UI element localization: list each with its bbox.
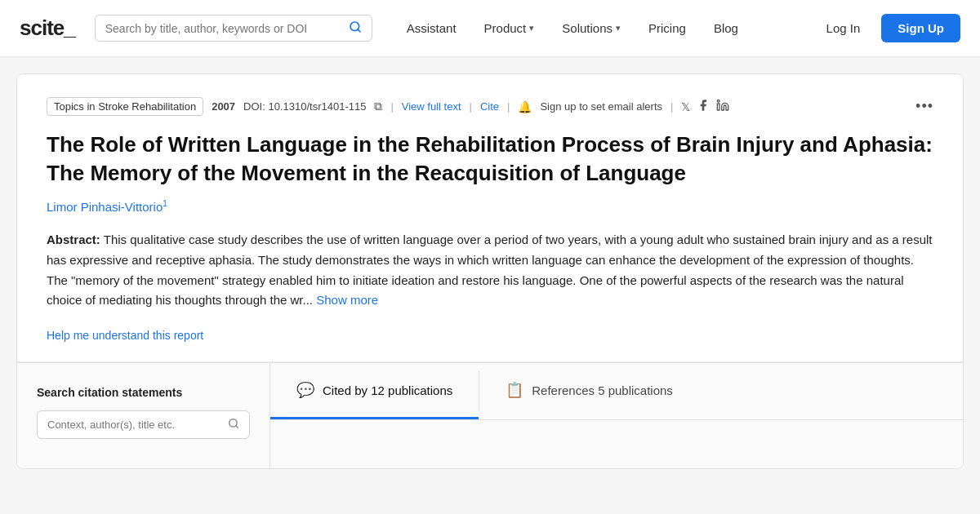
article-header: Topics in Stroke Rehabilitation 2007 DOI…: [17, 74, 963, 362]
nav-item-solutions[interactable]: Solutions ▾: [550, 15, 632, 42]
nav-item-blog[interactable]: Blog: [702, 15, 750, 42]
twitter-icon[interactable]: 𝕏: [681, 100, 690, 113]
tabs-row: 💬 Cited by 12 publications 📋 References …: [270, 363, 963, 420]
cite-link[interactable]: Cite: [480, 100, 499, 113]
signup-button[interactable]: Sign Up: [881, 14, 960, 42]
tab-cited-by[interactable]: 💬 Cited by 12 publications: [270, 363, 479, 419]
chevron-down-icon: ▾: [616, 23, 621, 33]
chevron-down-icon: ▾: [529, 23, 534, 33]
references-icon: 📋: [506, 381, 523, 399]
bottom-section: Search citation statements 💬 Cited by 12…: [17, 362, 963, 468]
search-input[interactable]: [105, 22, 345, 35]
help-link[interactable]: Help me understand this report: [47, 329, 203, 342]
sidebar-title: Search citation statements: [37, 386, 250, 399]
cited-by-icon: 💬: [296, 381, 314, 399]
show-more-button[interactable]: Show more: [316, 293, 378, 307]
sidebar-panel: Search citation statements: [17, 363, 270, 468]
navbar: scite_ Assistant Product ▾ Solutions ▾ P…: [0, 0, 980, 57]
tabs-panel: 💬 Cited by 12 publications 📋 References …: [270, 363, 963, 468]
alert-text: Sign up to set email alerts: [540, 100, 662, 113]
view-full-text-link[interactable]: View full text: [402, 100, 461, 113]
svg-line-5: [236, 426, 238, 428]
nav-item-product[interactable]: Product ▾: [473, 15, 546, 42]
svg-rect-2: [718, 104, 720, 110]
nav-links: Assistant Product ▾ Solutions ▾ Pricing …: [395, 15, 805, 42]
copy-icon[interactable]: ⧉: [374, 100, 382, 113]
article-title: The Role of Written Language in the Reha…: [47, 131, 933, 188]
article-doi: DOI: 10.1310/tsr1401-115: [243, 100, 366, 113]
article-card: Topics in Stroke Rehabilitation 2007 DOI…: [16, 73, 964, 469]
login-button[interactable]: Log In: [812, 15, 875, 42]
search-icon: [228, 418, 239, 432]
facebook-icon[interactable]: [697, 99, 710, 114]
bell-icon[interactable]: 🔔: [518, 100, 532, 113]
journal-badge: Topics in Stroke Rehabilitation: [47, 97, 203, 116]
sidebar-search-input[interactable]: [47, 419, 223, 431]
linkedin-icon[interactable]: [716, 99, 729, 114]
search-icon: [349, 20, 362, 36]
nav-item-assistant[interactable]: Assistant: [395, 15, 468, 42]
svg-point-3: [718, 100, 720, 102]
meta-row: Topics in Stroke Rehabilitation 2007 DOI…: [47, 97, 933, 116]
sidebar-search[interactable]: [37, 410, 250, 439]
nav-right: Log In Sign Up: [812, 14, 960, 42]
nav-item-pricing[interactable]: Pricing: [637, 15, 697, 42]
author-row: Limor Pinhasi-Vittorio1: [47, 199, 933, 214]
abstract: Abstract: This qualitative case study de…: [47, 230, 933, 311]
svg-line-1: [358, 29, 360, 32]
article-year: 2007: [212, 100, 235, 113]
logo[interactable]: scite_: [20, 16, 75, 41]
search-bar[interactable]: [95, 15, 372, 42]
tab-references[interactable]: 📋 References 5 publications: [479, 363, 699, 419]
author-link[interactable]: Limor Pinhasi-Vittorio1: [47, 200, 167, 214]
social-icons: 𝕏: [681, 99, 729, 114]
more-options-icon[interactable]: •••: [915, 98, 933, 115]
